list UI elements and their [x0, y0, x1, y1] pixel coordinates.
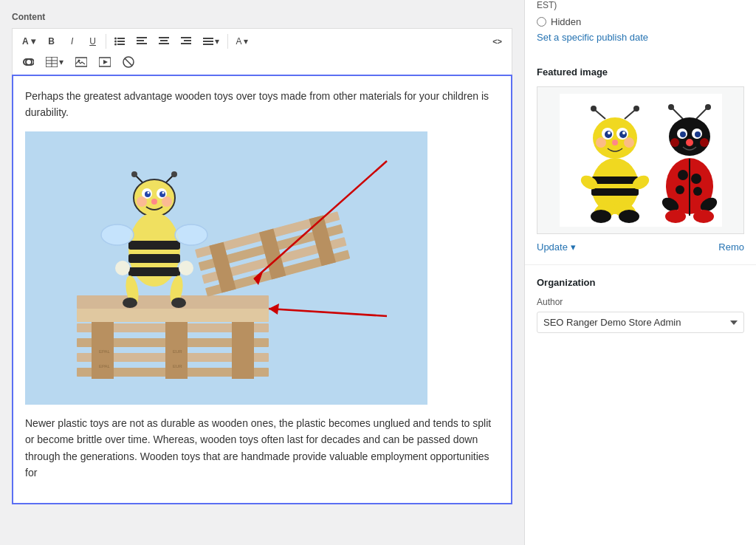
svg-point-70: [175, 224, 207, 245]
organization-section: Organization Author SEO Ranger Demo Stor…: [525, 265, 756, 345]
svg-rect-6: [137, 37, 147, 38]
svg-text:EUR: EUR: [173, 364, 182, 369]
svg-point-106: [668, 104, 674, 110]
svg-rect-8: [137, 43, 147, 44]
separator-2: [227, 34, 228, 49]
table-button[interactable]: ▾: [41, 52, 69, 72]
update-link[interactable]: Update ▾: [537, 241, 576, 253]
svg-point-69: [101, 224, 134, 245]
hidden-radio[interactable]: [537, 17, 546, 27]
svg-rect-10: [159, 37, 169, 38]
italic-button[interactable]: I: [63, 32, 82, 51]
update-chevron-icon: ▾: [571, 241, 576, 253]
toolbar: A ▾ B I U ▾ A ▾ <>: [12, 28, 512, 75]
svg-point-93: [596, 137, 606, 148]
author-label: Author: [537, 297, 744, 307]
align-left-button[interactable]: [131, 32, 152, 51]
svg-point-86: [633, 106, 639, 112]
svg-rect-7: [137, 40, 144, 41]
insert-video-button[interactable]: [94, 52, 116, 72]
insert-image-button[interactable]: [70, 52, 92, 72]
svg-point-125: [693, 210, 714, 223]
bee-image-svg: EPAL EUR EPAL EUR: [25, 131, 427, 405]
editor-area[interactable]: Perhaps the greatest advantage wooden to…: [12, 75, 512, 504]
svg-rect-17: [203, 41, 213, 42]
svg-point-0: [114, 38, 117, 40]
svg-rect-66: [128, 241, 180, 250]
svg-point-113: [695, 131, 701, 137]
editor-image: EPAL EUR EPAL EUR: [25, 131, 427, 405]
svg-text:EPAL: EPAL: [99, 349, 111, 354]
featured-image-section: Featured image: [525, 55, 756, 265]
svg-rect-98: [591, 188, 639, 196]
toolbar-row-2: ▾: [17, 52, 507, 72]
svg-rect-67: [128, 254, 180, 263]
svg-rect-3: [117, 41, 125, 42]
svg-point-75: [115, 261, 130, 275]
hidden-radio-label[interactable]: Hidden: [537, 16, 744, 27]
svg-line-28: [125, 58, 132, 66]
featured-image-box: [537, 86, 744, 234]
svg-rect-12: [159, 43, 169, 44]
svg-point-95: [612, 140, 618, 145]
content-paragraph-2: Newer plastic toys are not as durable as…: [25, 415, 499, 481]
bold-button[interactable]: B: [42, 32, 61, 51]
svg-point-63: [162, 196, 172, 207]
svg-point-115: [700, 138, 709, 147]
svg-rect-14: [184, 40, 191, 41]
svg-point-51: [131, 171, 137, 177]
block-button[interactable]: [117, 52, 140, 72]
svg-point-4: [114, 44, 117, 46]
organization-title: Organization: [537, 277, 744, 288]
svg-point-114: [670, 138, 679, 147]
featured-actions: Update ▾ Remo: [537, 241, 744, 253]
source-button[interactable]: <>: [487, 32, 507, 51]
author-select[interactable]: SEO Ranger Demo Store Admin: [537, 312, 744, 333]
align-justify-button[interactable]: ▾: [198, 32, 224, 51]
link-button[interactable]: [17, 52, 39, 72]
align-center-button[interactable]: [154, 32, 174, 51]
svg-rect-15: [181, 43, 191, 44]
svg-rect-11: [160, 40, 168, 41]
svg-point-53: [171, 171, 177, 177]
svg-rect-37: [77, 309, 269, 322]
update-label: Update: [537, 241, 568, 253]
svg-point-120: [693, 187, 702, 196]
svg-rect-68: [128, 267, 180, 276]
svg-rect-18: [203, 44, 213, 45]
svg-point-117: [678, 170, 688, 180]
svg-point-112: [680, 131, 686, 137]
svg-text:EPAL: EPAL: [99, 364, 111, 369]
svg-point-73: [123, 298, 137, 308]
svg-point-104: [619, 210, 639, 223]
font-button[interactable]: A ▾: [17, 32, 41, 51]
hidden-label-text: Hidden: [551, 16, 581, 27]
set-publish-date-link[interactable]: Set a specific publish date: [537, 32, 744, 43]
svg-rect-5: [117, 44, 125, 45]
left-panel: Content A ▾ B I U ▾ A ▾: [0, 0, 524, 545]
svg-rect-16: [203, 38, 213, 39]
svg-point-103: [591, 210, 611, 223]
svg-point-76: [179, 261, 193, 275]
featured-image-title: Featured image: [537, 66, 744, 78]
svg-point-74: [171, 298, 186, 308]
content-paragraph-1: Perhaps the greatest advantage wooden to…: [25, 88, 499, 121]
svg-point-124: [665, 210, 686, 223]
svg-marker-26: [103, 60, 108, 64]
remove-link[interactable]: Remo: [718, 241, 744, 253]
underline-button[interactable]: U: [83, 32, 103, 51]
svg-point-61: [162, 191, 165, 193]
svg-point-91: [608, 131, 611, 134]
svg-rect-13: [181, 37, 191, 38]
svg-point-94: [624, 137, 634, 148]
align-right-button[interactable]: [176, 32, 196, 51]
svg-point-2: [114, 41, 117, 43]
content-label: Content: [12, 12, 512, 22]
text-color-button[interactable]: A ▾: [231, 32, 254, 51]
ul-button[interactable]: [109, 32, 130, 51]
svg-point-84: [591, 106, 597, 112]
svg-rect-1: [117, 38, 125, 39]
toolbar-row-1: A ▾ B I U ▾ A ▾ <>: [17, 32, 507, 51]
svg-point-64: [151, 199, 157, 205]
svg-point-118: [691, 174, 701, 184]
